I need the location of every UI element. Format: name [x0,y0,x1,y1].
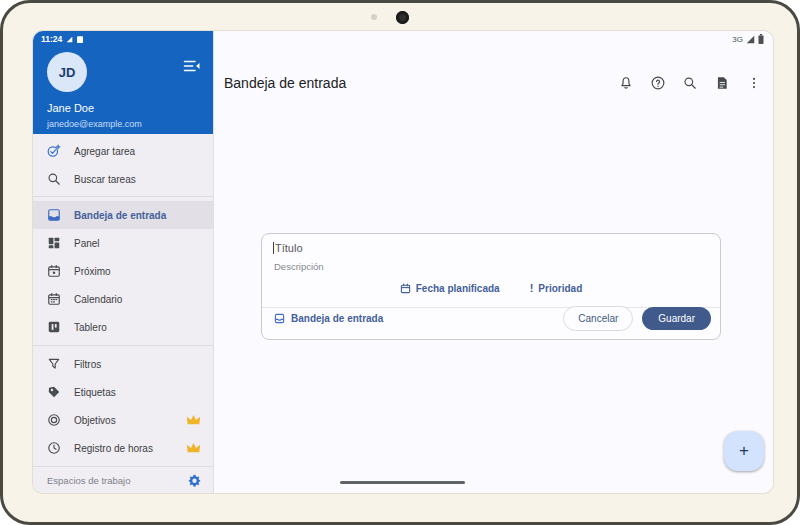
project-selector[interactable]: Bandeja de entrada [274,313,383,324]
sidebar-actions-section: Agregar tarea Buscar tareas [33,134,213,196]
notifications-icon[interactable] [619,76,633,90]
sidebar-item-goals[interactable]: Objetivos [33,406,213,434]
user-email: janedoe@example.com [47,119,142,129]
task-title-input[interactable]: Título [273,242,303,254]
sidebar-nav-section: Bandeja de entrada Panel [33,197,213,345]
board-icon [47,320,61,334]
sidebar-item-label: Panel [74,238,201,249]
gesture-navigation-bar[interactable] [340,481,465,484]
user-name: Jane Doe [47,102,94,114]
priority-chip-label: Prioridad [538,283,582,294]
status-bar-right: 3G [732,34,764,44]
premium-crown-icon [186,442,201,454]
gear-icon[interactable] [188,474,201,487]
status-time: 11:24 [41,34,62,44]
battery-icon [758,34,764,44]
sidebar-item-label: Calendario [74,294,201,305]
avatar[interactable]: JD [47,52,87,92]
app-screen: 11:24 JD Jane Doe janedoe@example.c [33,31,773,493]
camera-sensor-dot [371,14,377,20]
sidebar-item-search-tasks[interactable]: Buscar tareas [33,165,213,193]
workspaces-row[interactable]: Espacios de trabajo [33,467,213,493]
calendar-icon [400,283,411,294]
avatar-initials: JD [59,65,76,80]
new-task-card: Título Descripción Fecha planificada [261,233,721,340]
front-camera [396,11,409,24]
text-caret [273,242,274,254]
sidebar-item-label: Filtros [74,359,201,370]
sidebar-footer: Espacios de trabajo [33,466,213,493]
task-description-placeholder: Descripción [274,261,324,272]
sidebar-item-board[interactable]: Tablero [33,313,213,341]
more-options-icon[interactable] [747,76,761,90]
main-content: 3G Bandeja de entrada [214,31,773,493]
sidebar-item-dashboard[interactable]: Panel [33,229,213,257]
label-icon [47,385,61,399]
collapse-drawer-icon[interactable] [183,59,201,73]
signal-icon [746,35,755,44]
plus-icon: + [739,441,749,461]
sidebar-item-label: Próximo [74,266,201,277]
due-date-chip-label: Fecha planificada [416,283,500,294]
dashboard-icon [47,236,61,250]
inbox-icon [274,313,285,324]
cancel-button[interactable]: Cancelar [563,306,633,331]
help-icon[interactable] [651,76,665,90]
sidebar-item-upcoming[interactable]: Próximo [33,257,213,285]
status-bar-left: 11:24 [33,31,213,44]
sidebar-item-calendar[interactable]: Calendario [33,285,213,313]
search-icon [47,172,61,186]
inbox-icon [47,208,61,222]
sidebar-item-label: Tablero [74,322,201,333]
notification-status-icon [77,36,83,43]
time-log-icon [47,441,61,455]
main-header: Bandeja de entrada [224,75,761,91]
priority-chip[interactable]: ! Prioridad [530,282,583,294]
goals-icon [47,413,61,427]
sidebar-item-inbox[interactable]: Bandeja de entrada [33,201,213,229]
add-task-icon [47,144,61,158]
sidebar-item-add-task[interactable]: Agregar tarea [33,137,213,165]
network-type: 3G [732,35,743,44]
priority-icon: ! [530,282,534,294]
page-title: Bandeja de entrada [224,75,346,91]
task-card-footer: Bandeja de entrada Cancelar Guardar [274,306,711,331]
save-button[interactable]: Guardar [642,307,711,330]
task-description-input[interactable]: Descripción [274,261,324,272]
project-selector-label: Bandeja de entrada [291,313,383,324]
workspaces-label: Espacios de trabajo [47,475,188,486]
sidebar-tools-section: Filtros Etiquetas Objetivos [33,346,213,466]
due-date-chip[interactable]: Fecha planificada [400,282,500,294]
calendar-icon [47,292,61,306]
search-icon[interactable] [683,76,697,90]
sidebar-item-filters[interactable]: Filtros [33,350,213,378]
sidebar-item-label: Bandeja de entrada [74,210,201,221]
sidebar-item-labels[interactable]: Etiquetas [33,378,213,406]
tablet-frame: 11:24 JD Jane Doe janedoe@example.c [0,0,800,525]
sidebar-item-label: Objetivos [74,415,173,426]
sidebar-item-time-log[interactable]: Registro de horas [33,434,213,462]
add-task-fab[interactable]: + [724,431,764,471]
task-title-placeholder: Título [275,242,303,254]
sidebar-item-label: Etiquetas [74,387,201,398]
task-option-chips: Fecha planificada ! Prioridad [262,282,720,294]
upcoming-icon [47,264,61,278]
sidebar: 11:24 JD Jane Doe janedoe@example.c [33,31,214,493]
sidebar-item-label: Agregar tarea [74,146,201,157]
filter-icon [47,357,61,371]
sidebar-item-label: Registro de horas [74,443,173,454]
sidebar-item-label: Buscar tareas [74,174,201,185]
header-icons [619,76,761,90]
notes-icon[interactable] [715,76,729,90]
network-status-icon [66,36,73,43]
premium-crown-icon [186,414,201,426]
sidebar-header: 11:24 JD Jane Doe janedoe@example.c [33,31,213,134]
